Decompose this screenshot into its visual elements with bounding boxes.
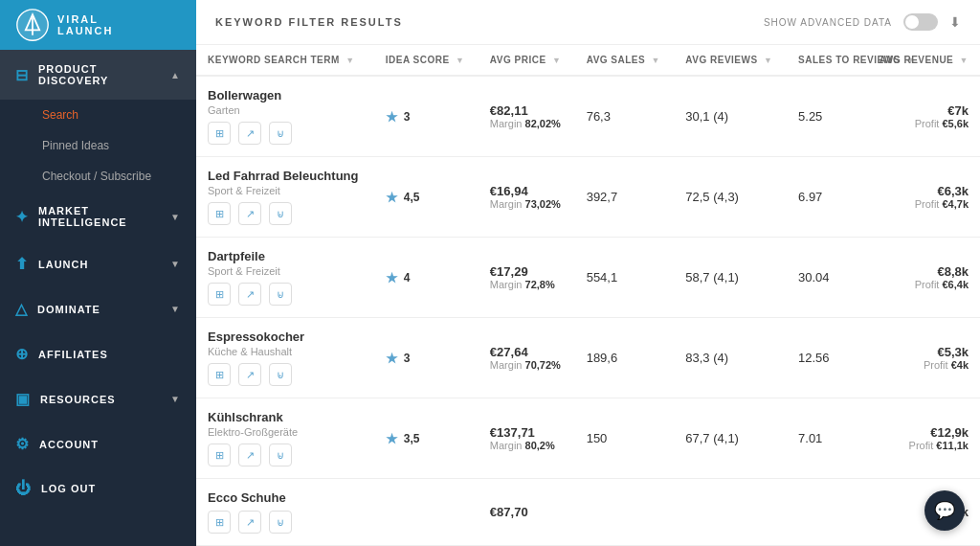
action-grid-icon[interactable]: ⊞: [208, 511, 231, 534]
cell-avg-reviews: [674, 479, 787, 546]
sort-arrow-keyword: ▼: [345, 56, 354, 65]
margin-value: 80,2%: [525, 440, 555, 451]
action-external-link-icon[interactable]: ↗: [238, 122, 261, 145]
col-idea-score[interactable]: Idea Score ▼: [374, 45, 479, 76]
action-pin-icon[interactable]: ⊌: [269, 202, 292, 225]
cell-avg-revenue: €5,3k Profit €4k: [865, 318, 980, 398]
cell-keyword: Kühlschrank Elektro-Großgeräte ⊞ ↗ ⊌: [196, 398, 374, 479]
product-name: Led Fahrrad Beleuchtung: [208, 169, 363, 183]
revenue-value: €8,8k: [877, 264, 969, 279]
action-external-link-icon[interactable]: ↗: [238, 202, 261, 225]
resources-icon: ▣: [15, 390, 31, 408]
action-external-link-icon[interactable]: ↗: [238, 511, 261, 534]
col-avg-sales[interactable]: Avg Sales ▼: [575, 45, 675, 76]
profit-label: Profit €5,6k: [877, 118, 969, 129]
cell-avg-revenue: €8,8k Profit €6,4k: [865, 238, 980, 318]
chevron-up-icon: ▲: [170, 70, 181, 80]
action-external-link-icon[interactable]: ↗: [238, 283, 261, 306]
sidebar-item-product-discovery[interactable]: ⊟ Product Discovery ▲: [0, 50, 196, 100]
advanced-data-toggle[interactable]: [903, 13, 938, 31]
star-icon: ★: [386, 109, 398, 125]
sidebar-sub-search[interactable]: Search: [0, 100, 196, 130]
margin-value: 73,02%: [525, 198, 561, 210]
launch-icon: ⬆: [15, 255, 29, 273]
action-pin-icon[interactable]: ⊌: [269, 283, 292, 306]
col-sales-to-reviews[interactable]: Sales to Reviews ▼: [787, 45, 865, 76]
avg-reviews-value: 72,5 (4,3): [685, 190, 739, 204]
main-content: Keyword Filter Results Show Advanced Dat…: [196, 0, 980, 546]
col-avg-reviews[interactable]: Avg Reviews ▼: [674, 45, 787, 76]
cell-avg-revenue: €7k Profit €5,6k: [865, 76, 980, 157]
sidebar-item-launch[interactable]: ⬆ Launch ▼: [0, 241, 196, 286]
margin-label: Margin 72,8%: [490, 279, 564, 290]
avg-reviews-value: 83,3 (4): [685, 351, 728, 365]
profit-label: Profit €6,4k: [877, 279, 969, 290]
sort-arrow-idea-score: ▼: [456, 56, 464, 65]
sales-to-reviews-value: 7.01: [798, 431, 822, 445]
col-avg-revenue[interactable]: Avg Revenue ▼: [865, 45, 980, 76]
action-external-link-icon[interactable]: ↗: [238, 444, 261, 466]
sidebar-item-account[interactable]: ⚙ Account: [0, 421, 196, 466]
profit-label: Profit €11,1k: [877, 440, 969, 451]
sidebar-item-market-intelligence[interactable]: ✦ Market Intelligence ▼: [0, 192, 196, 241]
cell-avg-revenue: €12,9k Profit €11,1k: [865, 398, 980, 479]
action-grid-icon[interactable]: ⊞: [208, 363, 231, 386]
action-pin-icon[interactable]: ⊌: [269, 363, 292, 386]
cell-keyword: Dartpfeile Sport & Freizeit ⊞ ↗ ⊌: [196, 238, 374, 318]
sidebar-item-logout-label: Log Out: [41, 483, 96, 494]
sidebar-item-dominate[interactable]: △ Dominate ▼: [0, 286, 196, 331]
action-pin-icon[interactable]: ⊌: [269, 511, 292, 534]
cell-keyword: Bollerwagen Garten ⊞ ↗ ⊌: [196, 76, 374, 157]
product-category: Elektro-Großgeräte: [208, 426, 363, 438]
page-title: Keyword Filter Results: [215, 16, 403, 28]
cell-sales-to-reviews: 30.04: [787, 238, 865, 318]
cell-idea-score: [374, 479, 479, 546]
sidebar-sub-checkout[interactable]: Checkout / Subscribe: [0, 161, 196, 192]
price-value: €16,94: [490, 184, 564, 198]
action-pin-icon[interactable]: ⊌: [269, 122, 292, 145]
action-grid-icon[interactable]: ⊞: [208, 202, 231, 225]
chevron-down-icon: ▼: [170, 212, 181, 222]
col-avg-price[interactable]: Avg Price ▼: [479, 45, 575, 76]
chat-bubble[interactable]: 💬: [924, 490, 965, 531]
sales-to-reviews-value: 5.25: [798, 109, 822, 124]
margin-label: Margin 73,02%: [490, 198, 564, 210]
action-grid-icon[interactable]: ⊞: [208, 444, 231, 466]
account-icon: ⚙: [15, 435, 30, 453]
sort-arrow-avg-reviews: ▼: [764, 56, 772, 65]
sidebar-sub-pinned-ideas[interactable]: Pinned Ideas: [0, 130, 196, 161]
action-grid-icon[interactable]: ⊞: [208, 283, 231, 306]
sidebar-item-affiliates-label: Affiliates: [38, 349, 108, 360]
cell-avg-reviews: 58,7 (4,1): [674, 238, 787, 318]
action-grid-icon[interactable]: ⊞: [208, 122, 231, 145]
profit-value: €6,4k: [942, 279, 969, 290]
logout-icon: ⏻: [15, 480, 32, 497]
table-row: Espressokocher Küche & Haushalt ⊞ ↗ ⊌ ★ …: [196, 318, 980, 398]
cell-avg-price: €82,11 Margin 82,02%: [479, 76, 575, 157]
logo-text: VIRAL LAUNCH: [57, 13, 113, 36]
avg-reviews-value: 67,7 (4,1): [685, 431, 739, 445]
profit-value: €4k: [951, 359, 969, 371]
idea-score-value: 4,5: [404, 191, 420, 204]
action-pin-icon[interactable]: ⊌: [269, 444, 292, 466]
action-external-link-icon[interactable]: ↗: [238, 363, 261, 386]
cell-keyword: Led Fahrrad Beleuchtung Sport & Freizeit…: [196, 157, 374, 238]
sidebar-item-affiliates[interactable]: ⊕ Affiliates: [0, 331, 196, 376]
sidebar-item-dominate-label: Dominate: [37, 304, 100, 315]
market-intelligence-icon: ✦: [15, 208, 29, 226]
sidebar-item-resources[interactable]: ▣ Resources ▼: [0, 376, 196, 421]
show-advanced-label: Show Advanced Data: [764, 17, 892, 28]
cell-idea-score: ★ 4,5: [374, 157, 479, 238]
profit-value: €11,1k: [936, 440, 969, 451]
sidebar-item-logout[interactable]: ⏻ Log Out: [0, 466, 196, 511]
star-icon: ★: [386, 270, 398, 285]
idea-score-value: 3: [404, 352, 411, 365]
avg-reviews-value: 58,7 (4,1): [685, 270, 739, 284]
avg-sales-value: 150: [587, 431, 608, 445]
cell-avg-sales: 392,7: [575, 157, 675, 238]
product-name: Ecco Schuhe: [208, 490, 363, 505]
download-icon[interactable]: ⬇: [949, 14, 961, 30]
cell-avg-price: €17,29 Margin 72,8%: [479, 238, 575, 318]
product-name: Kühlschrank: [208, 410, 363, 424]
col-keyword[interactable]: Keyword Search Term ▼: [196, 45, 374, 76]
